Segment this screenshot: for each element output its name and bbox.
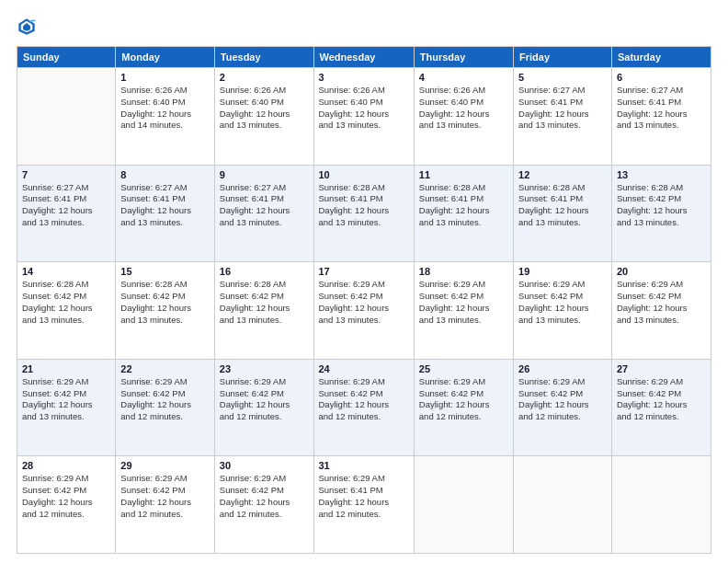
day-number: 1: [120, 72, 209, 83]
day-number: 10: [319, 169, 409, 180]
day-info: Sunrise: 6:29 AM Sunset: 6:41 PM Dayligh…: [319, 473, 409, 520]
day-info: Sunrise: 6:26 AM Sunset: 6:40 PM Dayligh…: [419, 85, 508, 132]
day-number: 27: [617, 363, 706, 374]
day-number: 21: [22, 363, 110, 374]
calendar-cell: 20Sunrise: 6:29 AM Sunset: 6:42 PM Dayli…: [611, 262, 711, 360]
calendar-cell: 21Sunrise: 6:29 AM Sunset: 6:42 PM Dayli…: [17, 359, 116, 456]
day-info: Sunrise: 6:29 AM Sunset: 6:42 PM Dayligh…: [617, 279, 706, 326]
header-thursday: Thursday: [414, 47, 513, 68]
day-number: 23: [220, 363, 309, 374]
calendar-cell: 22Sunrise: 6:29 AM Sunset: 6:42 PM Dayli…: [116, 359, 214, 456]
day-number: 9: [220, 169, 309, 180]
logo: [17, 17, 40, 37]
calendar-cell: 26Sunrise: 6:29 AM Sunset: 6:42 PM Dayli…: [514, 359, 612, 456]
calendar-cell: [414, 456, 513, 554]
day-number: 19: [518, 266, 607, 277]
day-info: Sunrise: 6:27 AM Sunset: 6:41 PM Dayligh…: [220, 182, 309, 229]
day-number: 24: [319, 363, 409, 374]
day-info: Sunrise: 6:28 AM Sunset: 6:41 PM Dayligh…: [419, 182, 508, 229]
calendar-cell: [514, 456, 612, 554]
day-info: Sunrise: 6:29 AM Sunset: 6:42 PM Dayligh…: [22, 376, 110, 423]
day-number: 15: [120, 266, 209, 277]
day-number: 26: [518, 363, 607, 374]
day-info: Sunrise: 6:29 AM Sunset: 6:42 PM Dayligh…: [419, 279, 508, 326]
calendar-cell: [611, 456, 711, 554]
day-info: Sunrise: 6:29 AM Sunset: 6:42 PM Dayligh…: [120, 376, 209, 423]
calendar-cell: 7Sunrise: 6:27 AM Sunset: 6:41 PM Daylig…: [17, 165, 116, 262]
calendar-week-row: 14Sunrise: 6:28 AM Sunset: 6:42 PM Dayli…: [17, 262, 711, 360]
calendar-cell: 9Sunrise: 6:27 AM Sunset: 6:41 PM Daylig…: [214, 165, 313, 262]
day-info: Sunrise: 6:26 AM Sunset: 6:40 PM Dayligh…: [120, 85, 209, 132]
day-info: Sunrise: 6:29 AM Sunset: 6:42 PM Dayligh…: [319, 376, 409, 423]
day-number: 22: [120, 363, 209, 374]
day-info: Sunrise: 6:28 AM Sunset: 6:42 PM Dayligh…: [22, 279, 110, 326]
calendar-cell: 8Sunrise: 6:27 AM Sunset: 6:41 PM Daylig…: [116, 165, 214, 262]
calendar-cell: 28Sunrise: 6:29 AM Sunset: 6:42 PM Dayli…: [17, 456, 116, 554]
day-info: Sunrise: 6:27 AM Sunset: 6:41 PM Dayligh…: [617, 85, 706, 132]
day-number: 13: [617, 169, 706, 180]
calendar-cell: 15Sunrise: 6:28 AM Sunset: 6:42 PM Dayli…: [116, 262, 214, 360]
page-header: [17, 17, 711, 37]
calendar-week-row: 7Sunrise: 6:27 AM Sunset: 6:41 PM Daylig…: [17, 165, 711, 262]
calendar-cell: 1Sunrise: 6:26 AM Sunset: 6:40 PM Daylig…: [116, 68, 214, 166]
calendar-table: Sunday Monday Tuesday Wednesday Thursday…: [17, 46, 711, 554]
day-info: Sunrise: 6:29 AM Sunset: 6:42 PM Dayligh…: [518, 376, 607, 423]
day-info: Sunrise: 6:29 AM Sunset: 6:42 PM Dayligh…: [518, 279, 607, 326]
day-number: 8: [120, 169, 209, 180]
day-number: 4: [419, 72, 508, 83]
calendar-cell: 14Sunrise: 6:28 AM Sunset: 6:42 PM Dayli…: [17, 262, 116, 360]
day-info: Sunrise: 6:29 AM Sunset: 6:42 PM Dayligh…: [220, 376, 309, 423]
calendar-cell: 2Sunrise: 6:26 AM Sunset: 6:40 PM Daylig…: [214, 68, 313, 166]
day-number: 2: [220, 72, 309, 83]
day-number: 5: [518, 72, 607, 83]
day-number: 7: [22, 169, 110, 180]
day-info: Sunrise: 6:26 AM Sunset: 6:40 PM Dayligh…: [319, 85, 409, 132]
calendar-cell: 27Sunrise: 6:29 AM Sunset: 6:42 PM Dayli…: [611, 359, 711, 456]
day-info: Sunrise: 6:28 AM Sunset: 6:42 PM Dayligh…: [120, 279, 209, 326]
day-number: 31: [319, 460, 409, 471]
day-info: Sunrise: 6:29 AM Sunset: 6:42 PM Dayligh…: [419, 376, 508, 423]
day-info: Sunrise: 6:29 AM Sunset: 6:42 PM Dayligh…: [220, 473, 309, 520]
header-wednesday: Wednesday: [313, 47, 414, 68]
calendar-cell: 5Sunrise: 6:27 AM Sunset: 6:41 PM Daylig…: [514, 68, 612, 166]
day-info: Sunrise: 6:29 AM Sunset: 6:42 PM Dayligh…: [617, 376, 706, 423]
calendar-week-row: 1Sunrise: 6:26 AM Sunset: 6:40 PM Daylig…: [17, 68, 711, 166]
calendar-cell: 23Sunrise: 6:29 AM Sunset: 6:42 PM Dayli…: [214, 359, 313, 456]
day-number: 20: [617, 266, 706, 277]
day-info: Sunrise: 6:29 AM Sunset: 6:42 PM Dayligh…: [120, 473, 209, 520]
day-number: 18: [419, 266, 508, 277]
day-info: Sunrise: 6:26 AM Sunset: 6:40 PM Dayligh…: [220, 85, 309, 132]
calendar-cell: 16Sunrise: 6:28 AM Sunset: 6:42 PM Dayli…: [214, 262, 313, 360]
header-monday: Monday: [116, 47, 214, 68]
day-number: 29: [120, 460, 209, 471]
calendar-cell: 13Sunrise: 6:28 AM Sunset: 6:42 PM Dayli…: [611, 165, 711, 262]
calendar-cell: 24Sunrise: 6:29 AM Sunset: 6:42 PM Dayli…: [313, 359, 414, 456]
day-info: Sunrise: 6:29 AM Sunset: 6:42 PM Dayligh…: [319, 279, 409, 326]
calendar-cell: 17Sunrise: 6:29 AM Sunset: 6:42 PM Dayli…: [313, 262, 414, 360]
day-number: 6: [617, 72, 706, 83]
day-info: Sunrise: 6:28 AM Sunset: 6:42 PM Dayligh…: [617, 182, 706, 229]
calendar-cell: 6Sunrise: 6:27 AM Sunset: 6:41 PM Daylig…: [611, 68, 711, 166]
calendar-week-row: 28Sunrise: 6:29 AM Sunset: 6:42 PM Dayli…: [17, 456, 711, 554]
day-number: 11: [419, 169, 508, 180]
calendar-cell: 11Sunrise: 6:28 AM Sunset: 6:41 PM Dayli…: [414, 165, 513, 262]
day-number: 16: [220, 266, 309, 277]
header-tuesday: Tuesday: [214, 47, 313, 68]
logo-icon: [17, 17, 37, 37]
day-number: 28: [22, 460, 110, 471]
day-number: 17: [319, 266, 409, 277]
calendar-cell: 29Sunrise: 6:29 AM Sunset: 6:42 PM Dayli…: [116, 456, 214, 554]
calendar-cell: 30Sunrise: 6:29 AM Sunset: 6:42 PM Dayli…: [214, 456, 313, 554]
day-info: Sunrise: 6:28 AM Sunset: 6:42 PM Dayligh…: [220, 279, 309, 326]
calendar-cell: 25Sunrise: 6:29 AM Sunset: 6:42 PM Dayli…: [414, 359, 513, 456]
day-info: Sunrise: 6:29 AM Sunset: 6:42 PM Dayligh…: [22, 473, 110, 520]
day-info: Sunrise: 6:27 AM Sunset: 6:41 PM Dayligh…: [120, 182, 209, 229]
calendar-cell: 3Sunrise: 6:26 AM Sunset: 6:40 PM Daylig…: [313, 68, 414, 166]
calendar-cell: 19Sunrise: 6:29 AM Sunset: 6:42 PM Dayli…: [514, 262, 612, 360]
day-number: 3: [319, 72, 409, 83]
day-info: Sunrise: 6:27 AM Sunset: 6:41 PM Dayligh…: [518, 85, 607, 132]
day-info: Sunrise: 6:28 AM Sunset: 6:41 PM Dayligh…: [518, 182, 607, 229]
day-number: 30: [220, 460, 309, 471]
calendar-cell: 31Sunrise: 6:29 AM Sunset: 6:41 PM Dayli…: [313, 456, 414, 554]
header-friday: Friday: [514, 47, 612, 68]
